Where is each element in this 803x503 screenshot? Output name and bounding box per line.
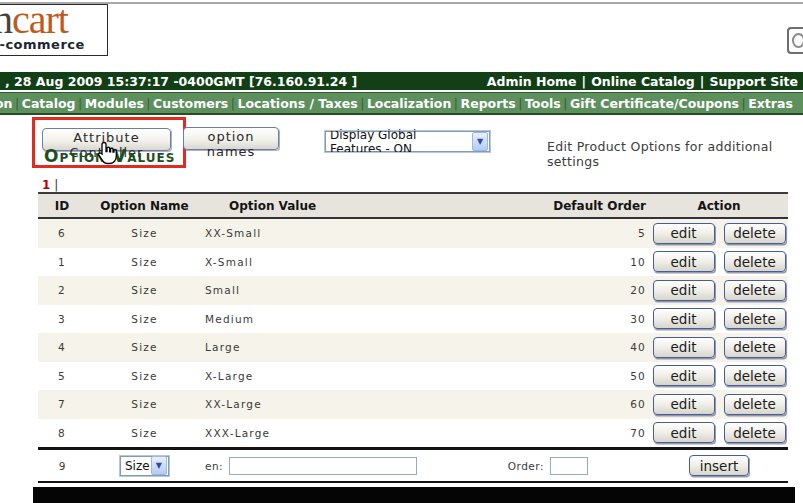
cell-option-name: Size [86,427,203,439]
cell-option-value: Small [203,284,485,296]
cell-option-name: Size [86,313,203,325]
table-row: 8 Size XXX-Large 70 editdelete [38,419,788,448]
cell-option-name: Size [86,370,203,382]
option-name-selected-value: Size [125,459,150,473]
server-datetime: , 28 Aug 2009 15:37:17 -0400GMT [76.160.… [5,74,357,89]
edit-button[interactable]: edit [653,280,715,301]
edit-button[interactable]: edit [653,394,715,415]
link-support-site[interactable]: Support Site [709,74,798,89]
cell-default-order: 60 [485,398,650,410]
delete-button[interactable]: delete [724,365,786,386]
delete-button[interactable]: delete [724,422,786,443]
insert-id: 9 [38,460,86,472]
option-names-button[interactable]: option names [183,127,279,150]
delete-button[interactable]: delete [724,251,786,272]
option-value-input[interactable] [229,457,417,475]
delete-button[interactable]: delete [724,337,786,358]
zencart-logo[interactable]: ncart f e-commerce [0,4,108,56]
option-values-table: ID Option Name Option Value Default Orde… [38,192,788,483]
language-label: en: [205,460,223,472]
cell-id: 5 [38,370,86,382]
table-row: 5 Size X-Large 50 editdelete [38,362,788,391]
cell-option-value: XX-Small [203,227,485,239]
page-number-current[interactable]: 1 [42,178,50,192]
search-icon [792,33,803,48]
cell-id: 2 [38,284,86,296]
cell-option-value: XX-Large [203,398,485,410]
menu-separator: | [360,96,364,111]
cell-default-order: 20 [485,284,650,296]
cell-default-order: 70 [485,427,650,439]
header-option-name: Option Name [86,199,203,213]
menu-separator: | [78,96,82,111]
cursor-icon [97,141,119,165]
menu-item-localization[interactable]: Localization [365,96,453,111]
admin-page: ncart f e-commerce , 28 Aug 2009 15:37:1… [0,0,803,503]
menu-item-configuration-partial[interactable]: on [0,96,15,111]
header-default-order: Default Order [485,199,650,213]
delete-button[interactable]: delete [724,308,786,329]
table-row: 4 Size Large 40 editdelete [38,333,788,362]
edit-options-hint: Edit Product Options for additional sett… [547,139,803,169]
cell-option-name: Size [86,284,203,296]
link-admin-home[interactable]: Admin Home [487,74,577,89]
table-row: 2 Size Small 20 editdelete [38,276,788,305]
menu-separator: | [454,96,458,111]
delete-button[interactable]: delete [724,394,786,415]
menu-item-reports[interactable]: Reports [459,96,518,111]
menu-item-catalog[interactable]: Catalog [20,96,78,111]
order-label: Order: [508,460,544,472]
admin-menu: on| Catalog| Modules| Customers| Locatio… [0,92,803,115]
admin-links: Admin Home|Online Catalog|Support Site [487,74,798,89]
table-row: 1 Size X-Small 10 editdelete [38,248,788,277]
edit-button[interactable]: edit [653,308,715,329]
search-box-partial[interactable] [787,27,803,54]
cell-default-order: 5 [485,227,650,239]
table-row: 6 Size XX-Small 5 editdelete [38,219,788,248]
pagination-separator: | [54,178,58,192]
edit-button[interactable]: edit [653,223,715,244]
cell-id: 3 [38,313,86,325]
edit-button[interactable]: edit [653,337,715,358]
order-input[interactable] [550,457,588,475]
link-online-catalog[interactable]: Online Catalog [591,74,695,89]
cell-option-value: X-Large [203,370,485,382]
status-bar: , 28 Aug 2009 15:37:17 -0400GMT [76.160.… [0,72,803,90]
edit-button[interactable]: edit [653,251,715,272]
cell-option-name: Size [86,227,203,239]
cell-option-name: Size [86,256,203,268]
cell-option-value: X-Small [203,256,485,268]
cell-option-value: XXX-Large [203,427,485,439]
menu-item-extras[interactable]: Extras [746,96,795,111]
header-action: Action [650,199,788,213]
delete-button[interactable]: delete [724,280,786,301]
chevron-down-icon: ▼ [151,456,167,475]
option-name-select[interactable]: Size ▼ [120,456,169,476]
menu-item-tools[interactable]: Tools [523,96,563,111]
insert-button[interactable]: insert [689,455,749,476]
cell-id: 1 [38,256,86,268]
top-divider [0,2,803,4]
global-features-select[interactable]: Display Global Features - ON ▼ [325,131,490,152]
menu-item-locations-taxes[interactable]: Locations / Taxes [235,96,359,111]
footer-bar [33,487,795,503]
menu-separator: | [742,96,746,111]
cell-option-name: Size [86,398,203,410]
menu-item-customers[interactable]: Customers [151,96,230,111]
menu-item-modules[interactable]: Modules [83,96,146,111]
menu-separator: | [146,96,150,111]
menu-item-gift-certificate-coupons[interactable]: Gift Certificate/Coupons [568,96,741,111]
chevron-down-icon: ▼ [472,132,488,151]
link-separator: | [700,74,705,89]
edit-button[interactable]: edit [653,422,715,443]
cell-id: 4 [38,341,86,353]
edit-button[interactable]: edit [653,365,715,386]
cell-option-value: Medium [203,313,485,325]
cell-id: 8 [38,427,86,439]
delete-button[interactable]: delete [724,223,786,244]
menu-separator: | [231,96,235,111]
cell-option-value: Large [203,341,485,353]
header-option-value: Option Value [203,199,485,213]
cell-default-order: 50 [485,370,650,382]
insert-row: 9 Size ▼ en: Order: insert [38,447,788,483]
